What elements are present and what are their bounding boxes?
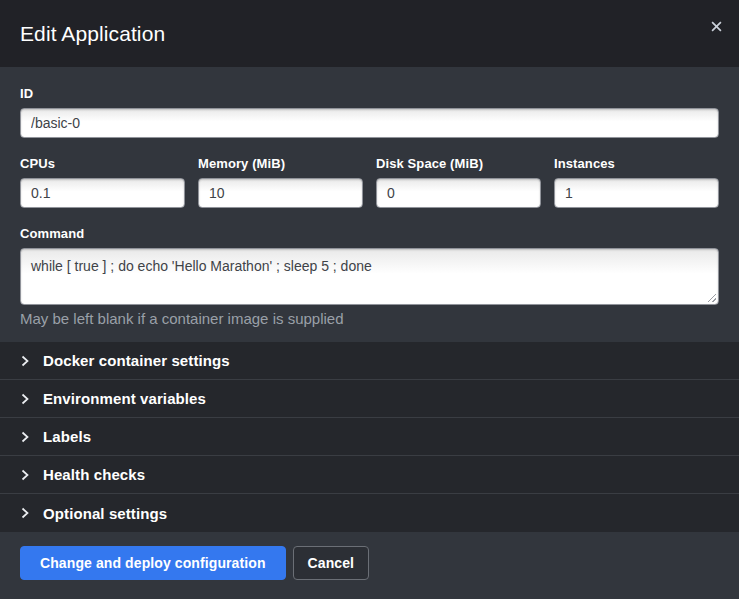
- command-label: Command: [20, 226, 719, 241]
- modal-title: Edit Application: [20, 22, 165, 46]
- cpus-label: CPUs: [20, 156, 185, 171]
- section-labels[interactable]: Labels: [0, 418, 739, 456]
- instances-field-group: Instances: [554, 156, 719, 208]
- section-optional-settings[interactable]: Optional settings: [0, 494, 739, 532]
- memory-label: Memory (MiB): [198, 156, 363, 171]
- section-health-checks[interactable]: Health checks: [0, 456, 739, 494]
- close-button[interactable]: [707, 17, 725, 35]
- section-environment-variables[interactable]: Environment variables: [0, 380, 739, 418]
- memory-field-group: Memory (MiB): [198, 156, 363, 208]
- chevron-right-icon: [20, 393, 30, 405]
- section-label: Optional settings: [43, 505, 167, 522]
- command-field-group: Command while [ true ] ; do echo 'Hello …: [20, 226, 719, 327]
- cancel-button[interactable]: Cancel: [293, 546, 370, 580]
- chevron-right-icon: [20, 507, 30, 519]
- instances-input[interactable]: [554, 178, 719, 208]
- id-field-group: ID: [20, 86, 719, 138]
- instances-label: Instances: [554, 156, 719, 171]
- memory-input[interactable]: [198, 178, 363, 208]
- section-label: Health checks: [43, 466, 145, 483]
- disk-space-input[interactable]: [376, 178, 541, 208]
- cpus-input[interactable]: [20, 178, 185, 208]
- command-textarea[interactable]: while [ true ] ; do echo 'Hello Marathon…: [20, 248, 719, 305]
- disk-space-label: Disk Space (MiB): [376, 156, 541, 171]
- section-label: Labels: [43, 428, 91, 445]
- change-and-deploy-button[interactable]: Change and deploy configuration: [20, 546, 286, 580]
- collapsible-sections: Docker container settings Environment va…: [0, 342, 739, 532]
- section-label: Environment variables: [43, 390, 206, 407]
- modal-form: ID CPUs Memory (MiB) Disk Space (MiB) In…: [0, 67, 739, 342]
- id-input[interactable]: [20, 108, 719, 138]
- id-label: ID: [20, 86, 719, 101]
- chevron-right-icon: [20, 355, 30, 367]
- chevron-right-icon: [20, 431, 30, 443]
- modal-footer: Change and deploy configuration Cancel: [0, 532, 739, 599]
- command-help-text: May be left blank if a container image i…: [20, 310, 719, 327]
- chevron-right-icon: [20, 469, 30, 481]
- resource-row: CPUs Memory (MiB) Disk Space (MiB) Insta…: [20, 156, 719, 208]
- close-icon: [711, 21, 722, 32]
- section-docker-container-settings[interactable]: Docker container settings: [0, 342, 739, 380]
- modal-header: Edit Application: [0, 0, 739, 67]
- edit-application-modal: Edit Application ID CPUs Memory (MiB): [0, 0, 739, 599]
- section-label: Docker container settings: [43, 352, 230, 369]
- cpus-field-group: CPUs: [20, 156, 185, 208]
- disk-space-field-group: Disk Space (MiB): [376, 156, 541, 208]
